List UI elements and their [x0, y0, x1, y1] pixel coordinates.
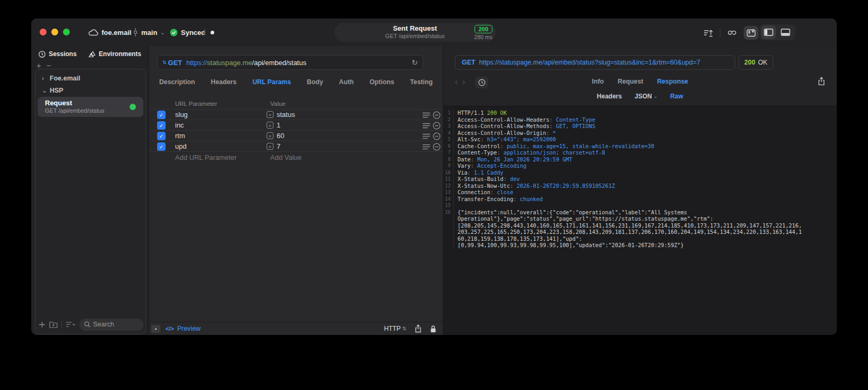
subtab-raw[interactable]: Raw: [670, 93, 683, 100]
param-checkbox[interactable]: ✓: [157, 121, 166, 130]
line-segment: Vary: [458, 162, 471, 169]
tab-response[interactable]: Response: [657, 78, 688, 85]
resend-icon[interactable]: ↻: [412, 58, 418, 67]
param-value-input[interactable]: status: [277, 111, 295, 119]
sync-label: Synced: [181, 29, 205, 37]
list-sort-icon[interactable]: [66, 321, 76, 328]
line-content: [0,99.94,100,99.93,99.98,99.95,100],"upd…: [453, 242, 684, 249]
remove-param-icon[interactable]: [433, 111, 441, 119]
line-number: [443, 215, 453, 222]
line-segment: *: [553, 130, 556, 136]
line-segment: Access-Control-Allow-Headers: [458, 116, 550, 123]
chevron-down-icon: ⌄: [42, 87, 46, 94]
lock-icon[interactable]: [430, 325, 436, 333]
line-segment: Accept-Encoding: [477, 162, 526, 169]
method-label[interactable]: GET: [168, 59, 182, 67]
line-content: Access-Control-Allow-Methods: GET, OPTIO…: [453, 123, 595, 130]
line-number: 3: [443, 123, 453, 130]
response-body[interactable]: 1HTTP/1.1 200 OK2Access-Control-Allow-He…: [443, 106, 837, 335]
panel-bottom-icon: [781, 29, 790, 36]
protocol-selector[interactable]: HTTP ⇅: [384, 325, 406, 332]
tab-options[interactable]: Options: [370, 78, 394, 86]
method-stepper-icon[interactable]: ⇅: [162, 60, 167, 65]
preview-button[interactable]: Preview: [177, 325, 200, 332]
tab-sessions[interactable]: Sessions: [39, 50, 77, 58]
remove-param-icon[interactable]: [433, 132, 441, 140]
search-input[interactable]: Search: [79, 319, 143, 331]
tab-environments[interactable]: Environments: [88, 50, 141, 58]
response-line: 10Via: 1.1 Caddy: [443, 169, 837, 176]
tab-description[interactable]: Description: [159, 78, 195, 86]
line-segment: dev: [510, 176, 520, 182]
swap-panes-button[interactable]: [744, 26, 759, 40]
line-segment: X-Status-Now-Utc: [458, 183, 510, 189]
tree-item-foe-email[interactable]: › Foe.email: [42, 75, 80, 82]
line-segment: 1.1 Caddy: [474, 169, 504, 176]
toggle-sidebar-button[interactable]: [761, 25, 776, 39]
branch-selector[interactable]: main ⌄: [133, 19, 165, 46]
add-param-value-placeholder[interactable]: Add Value: [270, 153, 301, 161]
subtab-headers[interactable]: Headers: [597, 93, 622, 100]
param-name-input[interactable]: upd: [175, 142, 187, 150]
drag-handle-icon[interactable]: [423, 112, 430, 118]
response-subtabs: HeadersJSON⌄Raw: [443, 93, 837, 100]
tab-url-params[interactable]: URL Params: [252, 78, 291, 86]
param-name-input[interactable]: rtm: [175, 132, 185, 140]
sent-request-pill[interactable]: Sent Request GET /api/embed/status 200 2…: [334, 23, 496, 42]
collapse-panel-button[interactable]: ▴: [151, 325, 160, 333]
line-content: Connection: close: [453, 189, 513, 196]
request-item-title: Request: [45, 99, 72, 107]
chevron-right-icon: ›: [42, 75, 46, 82]
share-icon[interactable]: [415, 324, 422, 333]
param-value-input[interactable]: 60: [277, 132, 284, 140]
status-code-badge: 200: [474, 25, 492, 33]
add-icon[interactable]: [39, 321, 45, 328]
export-lines-button[interactable]: [701, 26, 716, 40]
drag-handle-icon[interactable]: [423, 133, 430, 139]
add-param-name-placeholder[interactable]: Add URL Parameter: [175, 153, 237, 161]
line-content: {"incidents":null,"overall":{"code":"ope…: [453, 209, 687, 216]
drag-handle-icon[interactable]: [423, 123, 430, 129]
add-folder-icon[interactable]: [49, 321, 58, 328]
clock-icon: [39, 51, 45, 58]
export-response-button[interactable]: [818, 77, 825, 86]
line-segment: :: [490, 189, 497, 195]
remove-param-icon[interactable]: [433, 122, 441, 130]
zoom-button[interactable]: [63, 29, 70, 35]
tab-auth[interactable]: Auth: [339, 78, 354, 86]
param-value-input[interactable]: 7: [277, 142, 280, 150]
param-checkbox[interactable]: ✓: [157, 132, 166, 140]
remove-param-icon[interactable]: [433, 143, 441, 151]
line-segment: Operational"},"page":"status","page_url"…: [458, 215, 714, 222]
param-name-input[interactable]: slug: [175, 111, 188, 119]
tab-testing[interactable]: Testing: [410, 78, 433, 86]
sync-status[interactable]: Synced: [170, 19, 205, 46]
close-button[interactable]: [40, 29, 47, 35]
toggle-bottom-panel-button[interactable]: [778, 25, 793, 39]
loop-button[interactable]: [725, 26, 739, 40]
request-list-item[interactable]: Request GET /api/embed/status: [38, 97, 143, 117]
chevron-down-icon: ⌄: [653, 94, 657, 99]
line-segment: h3=":443"; ma=2592000: [487, 136, 556, 142]
line-segment: :: [550, 123, 556, 129]
subtab-json[interactable]: JSON⌄: [635, 93, 657, 100]
drag-handle-icon[interactable]: [423, 144, 430, 150]
tab-request[interactable]: Request: [618, 78, 644, 85]
tab-headers[interactable]: Headers: [211, 78, 237, 86]
param-value-input[interactable]: 1: [277, 121, 280, 129]
sent-request-url[interactable]: GET https://statuspage.me/api/embed/stat…: [455, 55, 735, 70]
tab-body[interactable]: Body: [307, 78, 323, 86]
updown-icon: ⇅: [402, 326, 406, 331]
project-cloud[interactable]: foe.email: [88, 19, 131, 46]
request-url-bar[interactable]: ⇅ GET https://statuspage.me/api/embed/st…: [157, 55, 423, 70]
line-content: [453, 202, 461, 209]
param-name-input[interactable]: inc: [175, 121, 184, 129]
response-line: 7Content-Type: application/json; charset…: [443, 149, 837, 156]
param-checkbox[interactable]: ✓: [157, 111, 166, 119]
tree-item-hsp[interactable]: ⌄ HSP: [42, 87, 63, 94]
param-checkbox[interactable]: ✓: [157, 142, 166, 151]
tab-info[interactable]: Info: [592, 78, 604, 85]
line-number: 8: [443, 156, 453, 163]
line-number: 15: [443, 202, 453, 209]
minimize-button[interactable]: [51, 29, 58, 35]
